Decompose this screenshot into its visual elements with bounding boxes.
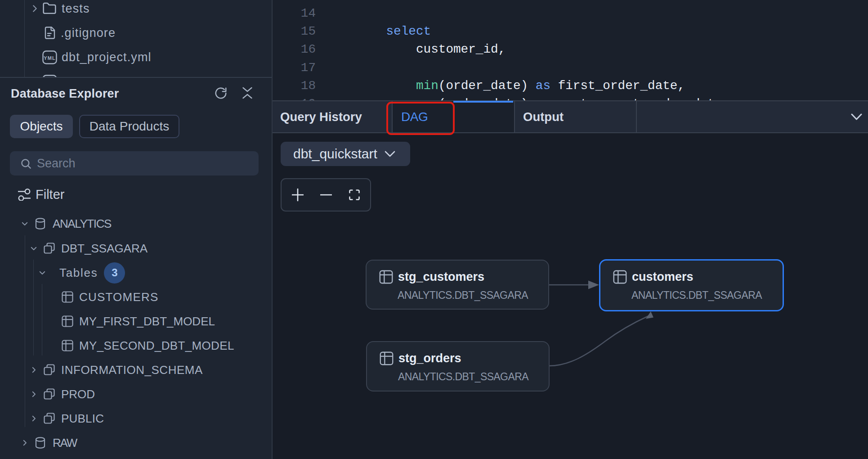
svg-text:YML: YML (44, 55, 56, 61)
